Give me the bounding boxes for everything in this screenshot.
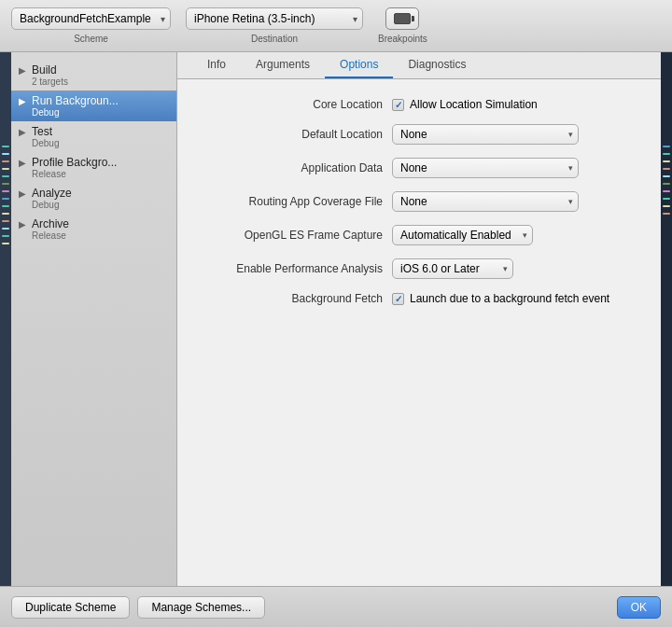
analyze-name: Analyze xyxy=(32,187,72,200)
run-name: Run Backgroun... xyxy=(32,94,119,107)
opengl-dropdown-wrapper[interactable]: Automatically Enabled xyxy=(392,225,533,245)
editor-line xyxy=(2,235,9,237)
default-location-dropdown-wrapper[interactable]: None xyxy=(392,124,579,145)
analyze-sub: Debug xyxy=(32,200,72,210)
routing-app-control: None xyxy=(392,191,579,212)
routing-app-select[interactable]: None xyxy=(392,191,579,212)
archive-name: Archive xyxy=(32,217,69,230)
editor-line xyxy=(2,175,9,177)
allow-location-checkbox[interactable] xyxy=(392,99,404,111)
allow-location-label: Allow Location Simulation xyxy=(410,98,538,111)
editor-line xyxy=(2,190,9,192)
editor-decoration xyxy=(0,52,11,586)
panel-body: Core Location Allow Location Simulation … xyxy=(177,79,661,586)
ok-button[interactable]: OK xyxy=(617,596,661,619)
editor-line xyxy=(2,183,9,185)
application-data-dropdown-wrapper[interactable]: None xyxy=(392,158,579,178)
sidebar: ▶ Build 2 targets ▶ Run Backgroun... Deb… xyxy=(11,52,177,586)
breakpoints-button[interactable] xyxy=(385,7,419,30)
panel: Info Arguments Options Diagnostics Core … xyxy=(177,52,661,586)
editor-line xyxy=(2,198,9,200)
tab-bar: Info Arguments Options Diagnostics xyxy=(177,52,661,79)
editor-line xyxy=(663,183,670,185)
sidebar-item-run[interactable]: ▶ Run Backgroun... Debug xyxy=(11,91,176,121)
routing-app-label: Routing App Coverage File xyxy=(205,195,392,208)
editor-line xyxy=(663,213,670,215)
editor-line xyxy=(663,168,670,170)
archive-sub: Release xyxy=(32,230,69,241)
scheme-label: Scheme xyxy=(74,34,108,44)
destination-group: iPhone Retina (3.5-inch) Destination xyxy=(186,7,363,44)
editor-decoration-right xyxy=(661,52,672,586)
editor-line xyxy=(663,153,670,155)
toolbar: BackgroundFetchExample Scheme iPhone Ret… xyxy=(0,0,672,52)
sidebar-item-profile[interactable]: ▶ Profile Backgro... Release xyxy=(11,152,176,183)
arrow-icon: ▶ xyxy=(19,158,26,168)
tab-diagnostics[interactable]: Diagnostics xyxy=(393,52,481,78)
background-fetch-control: Launch due to a background fetch event xyxy=(392,292,609,305)
arrow-icon: ▶ xyxy=(19,188,26,199)
scheme-select-wrapper[interactable]: BackgroundFetchExample xyxy=(11,7,171,30)
sidebar-item-analyze[interactable]: ▶ Analyze Debug xyxy=(11,183,176,214)
editor-line xyxy=(663,190,670,192)
profile-name: Profile Backgro... xyxy=(32,156,117,169)
routing-app-dropdown-wrapper[interactable]: None xyxy=(392,191,579,212)
editor-line xyxy=(663,160,670,162)
editor-line xyxy=(2,160,9,162)
duplicate-scheme-button[interactable]: Duplicate Scheme xyxy=(11,596,130,619)
sidebar-item-test[interactable]: ▶ Test Debug xyxy=(11,121,176,152)
build-sub: 2 targets xyxy=(32,77,68,87)
performance-row: Enable Performance Analysis iOS 6.0 or L… xyxy=(205,258,633,279)
destination-select-wrapper[interactable]: iPhone Retina (3.5-inch) xyxy=(186,7,363,30)
opengl-select[interactable]: Automatically Enabled xyxy=(392,225,533,245)
manage-schemes-button[interactable]: Manage Schemes... xyxy=(137,596,265,619)
arrow-icon: ▶ xyxy=(19,96,26,106)
scheme-select[interactable]: BackgroundFetchExample xyxy=(11,7,171,30)
performance-control: iOS 6.0 or Later xyxy=(392,258,513,279)
editor-line xyxy=(663,146,670,147)
sidebar-item-build[interactable]: ▶ Build 2 targets xyxy=(11,60,176,91)
editor-line xyxy=(663,205,670,207)
editor-line xyxy=(2,205,9,207)
breakpoints-label: Breakpoints xyxy=(378,34,427,44)
tab-options[interactable]: Options xyxy=(325,52,393,78)
performance-dropdown-wrapper[interactable]: iOS 6.0 or Later xyxy=(392,258,513,279)
core-location-control: Allow Location Simulation xyxy=(392,98,538,111)
profile-sub: Release xyxy=(32,169,117,179)
opengl-control: Automatically Enabled xyxy=(392,225,533,245)
routing-app-row: Routing App Coverage File None xyxy=(205,191,633,212)
performance-select[interactable]: iOS 6.0 or Later xyxy=(392,258,513,279)
default-location-select[interactable]: None xyxy=(392,124,579,145)
editor-line xyxy=(2,146,9,147)
application-data-control: None xyxy=(392,158,579,178)
background-fetch-checkbox[interactable] xyxy=(392,293,404,305)
tab-arguments[interactable]: Arguments xyxy=(241,52,325,78)
profile-text: Profile Backgro... Release xyxy=(32,156,117,179)
sidebar-item-archive[interactable]: ▶ Archive Release xyxy=(11,214,176,244)
arrow-icon: ▶ xyxy=(19,65,26,76)
editor-line xyxy=(2,168,9,170)
background-fetch-label: Background Fetch xyxy=(205,292,392,305)
tab-info[interactable]: Info xyxy=(192,52,241,78)
destination-select[interactable]: iPhone Retina (3.5-inch) xyxy=(186,7,363,30)
performance-label: Enable Performance Analysis xyxy=(205,262,392,275)
default-location-label: Default Location xyxy=(205,128,392,141)
application-data-select[interactable]: None xyxy=(392,158,579,178)
battery-icon xyxy=(394,13,411,24)
analyze-text: Analyze Debug xyxy=(32,187,72,210)
editor-line xyxy=(663,198,670,200)
destination-label: Destination xyxy=(251,34,298,44)
default-location-control: None xyxy=(392,124,579,145)
editor-line xyxy=(2,213,9,215)
editor-line xyxy=(663,175,670,177)
run-text: Run Backgroun... Debug xyxy=(32,94,119,118)
opengl-row: OpenGL ES Frame Capture Automatically En… xyxy=(205,225,633,245)
build-name: Build xyxy=(32,63,68,77)
core-location-label: Core Location xyxy=(205,98,392,111)
main-content: ▶ Build 2 targets ▶ Run Backgroun... Deb… xyxy=(0,52,672,586)
background-fetch-row: Background Fetch Launch due to a backgro… xyxy=(205,292,633,305)
editor-line xyxy=(2,228,9,230)
build-text: Build 2 targets xyxy=(32,63,68,87)
run-sub: Debug xyxy=(32,107,119,118)
bottom-bar: Duplicate Scheme Manage Schemes... OK xyxy=(0,586,672,627)
